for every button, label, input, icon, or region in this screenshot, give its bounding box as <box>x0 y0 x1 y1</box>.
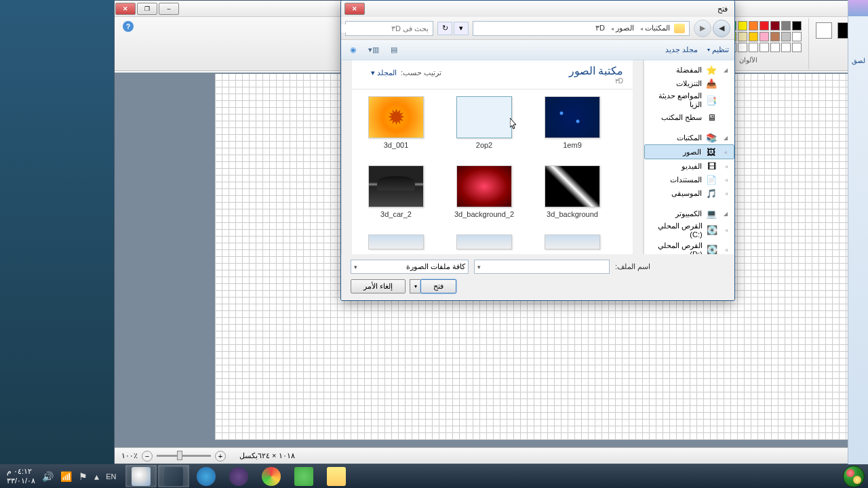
sidebar-downloads[interactable]: 📥التنزيلات <box>644 77 734 90</box>
sidebar-computer[interactable]: ◢💻الكمبيوتر <box>644 207 734 220</box>
color-swatch[interactable] <box>792 43 802 52</box>
search-box[interactable]: 🔍 <box>345 21 433 36</box>
thumbnail-grid: 1em92op23d_0013d_background3d_background… <box>352 89 633 254</box>
thumbnail-image <box>456 165 512 207</box>
breadcrumb-3d[interactable]: ٣D <box>591 24 605 33</box>
view-dropdown-button[interactable]: ▥▾ <box>367 44 380 56</box>
dialog-close-button[interactable]: ✕ <box>344 3 365 15</box>
open-button[interactable]: فتح <box>420 279 456 293</box>
breadcrumb-pictures[interactable]: الصور <box>609 24 634 33</box>
color-swatch[interactable] <box>760 43 769 52</box>
open-dropdown-button[interactable]: ▾ <box>410 279 420 293</box>
file-thumbnail[interactable] <box>542 235 603 249</box>
zoom-in-button[interactable]: + <box>215 451 226 462</box>
sidebar-pictures[interactable]: ◃🖼الصور <box>644 144 734 159</box>
sidebar-drive-c[interactable]: ◃💽القرص المحلي (:C) <box>644 220 734 240</box>
dialog-body: ◢⭐المفضلة 📥التنزيلات 📑المواضع حديثة الزي… <box>341 60 734 254</box>
filetype-combo[interactable]: كافة ملفات الصورة <box>351 260 469 274</box>
color-swatch[interactable] <box>770 32 780 41</box>
color-swatch[interactable] <box>792 21 802 30</box>
refresh-button[interactable]: ↻ <box>437 22 452 35</box>
paint-maximize-button[interactable]: ❐ <box>137 3 157 15</box>
address-dropdown-button[interactable]: ▾ <box>454 22 469 35</box>
help-button[interactable]: ◉ <box>347 44 360 56</box>
file-thumbnail[interactable]: 3d_car_2 <box>366 165 427 218</box>
open-dialog: فتح ✕ ◀ ▶ المكتبات الصور ٣D ▾ ↻ 🔍 تنظيم … <box>340 0 735 301</box>
zoom-slider-track[interactable] <box>157 455 211 457</box>
clock-time: ٠٤:١٢ م <box>7 467 35 476</box>
zoom-control[interactable]: ١٠٠٪ − + <box>121 451 226 462</box>
taskbar-paint[interactable] <box>125 465 157 487</box>
thumbnail-label: 3d_background_2 <box>454 210 514 218</box>
color-swatch[interactable] <box>792 32 802 41</box>
filename-combo[interactable] <box>474 260 610 274</box>
sidebar-documents[interactable]: ◃📄المستندات <box>644 173 734 186</box>
zoom-out-button[interactable]: − <box>142 451 153 462</box>
color2-swatch[interactable] <box>816 22 832 39</box>
downloads-icon: 📥 <box>706 78 717 89</box>
color-swatch[interactable] <box>738 43 747 52</box>
nav-forward-button[interactable]: ▶ <box>694 20 711 37</box>
breadcrumb-libraries[interactable]: المكتبات <box>638 24 670 33</box>
lang-indicator[interactable]: EN <box>106 472 116 481</box>
paint-minimize-button[interactable]: – <box>159 3 179 15</box>
search-input[interactable] <box>340 24 429 33</box>
address-bar[interactable]: المكتبات الصور ٣D <box>473 21 690 36</box>
color-swatch[interactable] <box>781 32 791 41</box>
taskbar-ie[interactable] <box>191 465 222 487</box>
sidebar-libraries[interactable]: ◢📚المكتبات <box>644 131 734 144</box>
sort-value[interactable]: المجلد ▾ <box>371 68 397 77</box>
file-thumbnail[interactable]: 3d_background_2 <box>454 165 515 218</box>
taskbar-clock[interactable]: ٠٤:١٢ م ٣٣/٠١/٠٨ <box>7 467 35 485</box>
taskbar-explorer[interactable] <box>321 465 352 487</box>
drive-icon: 💽 <box>707 245 717 255</box>
flag-icon[interactable]: ⚑ <box>79 471 87 482</box>
color-swatch[interactable] <box>760 32 769 41</box>
organize-button[interactable]: تنظيم ▾ <box>707 45 729 54</box>
taskbar-bittorrent[interactable] <box>223 465 254 487</box>
color-swatch[interactable] <box>749 21 758 30</box>
zoom-slider-thumb[interactable] <box>177 451 182 460</box>
file-thumbnail[interactable]: 1em9 <box>542 96 603 149</box>
file-thumbnail[interactable]: 2op2 <box>454 96 515 149</box>
dialog-footer: اسم الملف: كافة ملفات الصورة إلغاء الأمر… <box>341 254 734 301</box>
start-button[interactable] <box>840 464 868 488</box>
sidebar-music[interactable]: ◃🎵الموسيقى <box>644 186 734 200</box>
taskbar-messenger[interactable] <box>288 465 319 487</box>
paint-close-button[interactable]: ✕ <box>115 3 136 15</box>
view-options-button[interactable]: ▤ <box>387 44 401 56</box>
color-swatch[interactable] <box>781 21 791 30</box>
sidebar-scrollbar[interactable] <box>633 60 644 254</box>
file-thumbnail[interactable] <box>366 235 427 249</box>
new-folder-button[interactable]: مجلد جديد <box>665 45 698 54</box>
color-swatch[interactable] <box>738 21 747 30</box>
cancel-button[interactable]: إلغاء الأمر <box>351 279 406 293</box>
help-icon[interactable]: ? <box>123 21 134 32</box>
thumbnail-image <box>545 96 600 138</box>
network-icon[interactable]: 📶 <box>60 471 72 482</box>
thumbnail-image <box>545 165 600 207</box>
sidebar-desktop[interactable]: 🖥سطح المكتب <box>644 110 734 124</box>
sidebar-drive-d[interactable]: ◃💽القرص المحلي (:D) <box>644 240 734 254</box>
color-swatch[interactable] <box>738 32 747 41</box>
sidebar-favorites[interactable]: ◢⭐المفضلة <box>644 63 734 77</box>
tray-expand-icon[interactable]: ▴ <box>94 471 99 482</box>
color-swatch[interactable] <box>770 21 780 30</box>
content-scrollbar[interactable] <box>341 60 352 254</box>
color-swatch[interactable] <box>781 43 791 52</box>
sidebar-recent[interactable]: 📑المواضع حديثة الزيا <box>644 90 734 110</box>
taskbar-app1[interactable] <box>158 465 189 487</box>
nav-back-button[interactable]: ◀ <box>713 20 730 37</box>
taskbar-items <box>123 465 840 487</box>
color-swatch[interactable] <box>749 43 758 52</box>
color-swatch[interactable] <box>749 32 758 41</box>
volume-icon[interactable]: 🔊 <box>42 471 54 482</box>
videos-icon: 🎞 <box>706 161 717 171</box>
file-thumbnail[interactable] <box>454 235 515 249</box>
color-swatch[interactable] <box>770 43 780 52</box>
color-swatch[interactable] <box>760 21 769 30</box>
file-thumbnail[interactable]: 3d_001 <box>366 96 427 149</box>
file-thumbnail[interactable]: 3d_background <box>542 165 603 218</box>
sidebar-videos[interactable]: ◃🎞الفيديو <box>644 159 734 173</box>
taskbar-chrome[interactable] <box>256 465 287 487</box>
